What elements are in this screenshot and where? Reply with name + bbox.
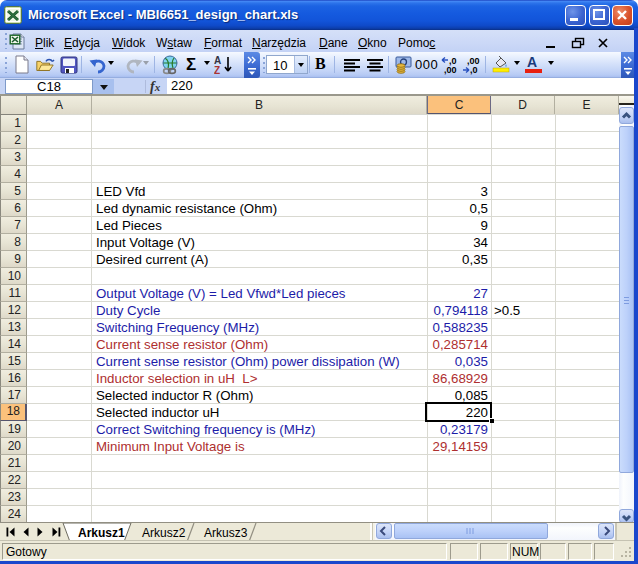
svg-text:,0: ,0	[470, 65, 478, 75]
svg-text:Arkusz1: Arkusz1	[78, 526, 125, 540]
svg-text:Arkusz2: Arkusz2	[142, 526, 186, 540]
svg-text:Arkusz3: Arkusz3	[204, 526, 248, 540]
svg-text:Z: Z	[214, 65, 220, 75]
svg-text:,00: ,00	[444, 65, 457, 75]
